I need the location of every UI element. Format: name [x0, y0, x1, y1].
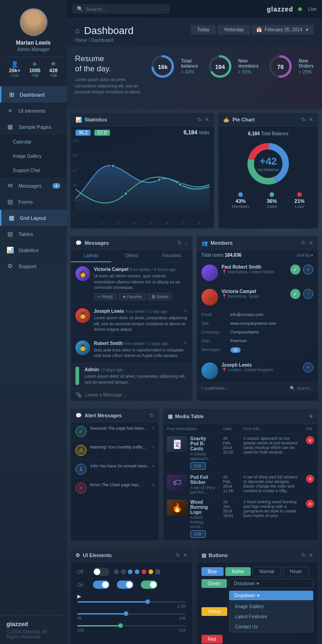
dot[interactable]	[142, 569, 146, 574]
dot[interactable]	[128, 569, 132, 574]
download-button[interactable]: ↓	[185, 240, 188, 246]
edit-button[interactable]: Edit	[190, 530, 206, 538]
slider-thumb[interactable]	[145, 599, 150, 604]
send-icon[interactable]: ↑	[185, 392, 188, 398]
reply-button[interactable]: ↩ Reply	[94, 293, 117, 300]
dot[interactable]	[114, 569, 119, 574]
sidebar-item-dashboard[interactable]: ⊞ Dashboard	[0, 86, 67, 103]
member-avatar	[201, 289, 218, 305]
toggle-switch-on[interactable]	[93, 581, 109, 589]
dropdown-item-features[interactable]: Latest Features	[230, 612, 313, 622]
button-yellow[interactable]: Yellow	[201, 607, 228, 616]
date-picker[interactable]: 📅 February 26, 2014 ▼	[252, 25, 314, 34]
tab-yesterday[interactable]: Yesterday	[217, 25, 250, 34]
toggle-switch-green[interactable]	[141, 581, 157, 589]
toggle-switch-on-2[interactable]	[117, 581, 133, 589]
slider-thumb[interactable]	[124, 611, 128, 616]
refresh-button[interactable]: ↻	[301, 240, 306, 246]
tab-latests[interactable]: Latests	[71, 250, 111, 262]
sidebar-item-forms[interactable]: ▤ Forms	[0, 194, 67, 210]
delete-button[interactable]: ✕	[306, 436, 314, 444]
button-hover[interactable]: Hover	[283, 567, 309, 576]
refresh-button[interactable]: ↻	[301, 552, 306, 558]
play-icon[interactable]: ▶	[77, 593, 81, 599]
sidebar-submenu-sample-pages: Calendar Image Gallery Support Chat	[0, 135, 67, 178]
search-input[interactable]	[86, 6, 157, 12]
edit-icon[interactable]: ✎	[184, 308, 188, 314]
button-active[interactable]: Active	[225, 567, 251, 576]
y-label: 20	[73, 198, 79, 202]
dot[interactable]	[135, 569, 139, 574]
members-widget: 👥 Members ↻ ✕ Total users 184,036 Sort b…	[196, 236, 319, 401]
sidebar-item-image-gallery[interactable]: Image Gallery	[0, 149, 67, 163]
slider-row-amount: 22k 51k	[77, 625, 186, 632]
slider-thumb[interactable]	[118, 623, 123, 628]
sidebar-item-calendar[interactable]: Calendar	[0, 135, 67, 149]
sidebar-item-support[interactable]: ⚙ Support	[0, 258, 67, 274]
sidebar-item-support-chat[interactable]: Support Chat	[0, 163, 67, 178]
edit-icon[interactable]: ✎	[184, 340, 188, 346]
sidebar-item-grid-layout[interactable]: ▦ Grid Layout	[0, 210, 67, 226]
alert-close-button[interactable]: ✕	[151, 483, 155, 488]
dropdown-blue[interactable]: Dropdown ▾	[229, 591, 313, 600]
dropdown-basic[interactable]: Dropdown ▾	[229, 579, 313, 588]
favorite-button[interactable]: ★ Favorite	[119, 293, 146, 300]
load-more-button[interactable]: + Load More...	[201, 386, 228, 391]
add-button[interactable]: +	[303, 362, 313, 373]
refresh-button[interactable]: ↻	[301, 116, 306, 123]
slider-track[interactable]	[77, 613, 186, 615]
slider-track[interactable]	[77, 601, 186, 603]
sidebar-item-tables[interactable]: ▤ Tables	[0, 226, 67, 242]
attachment-icon[interactable]: 📎	[75, 392, 82, 398]
close-button[interactable]: ✕	[183, 552, 188, 558]
expand-button[interactable]: ↑	[185, 293, 188, 300]
delete-button[interactable]: ✕	[306, 500, 314, 508]
dot[interactable]	[155, 569, 160, 574]
info-icon: ℹ	[75, 464, 86, 475]
tab-today[interactable]: Today	[191, 25, 216, 34]
message-sender: Robert Smith	[94, 341, 123, 346]
close-button[interactable]: ✕	[309, 116, 313, 123]
sort-button[interactable]: Sort by ▾	[297, 253, 313, 258]
alert-close-button[interactable]: ✕	[151, 464, 155, 469]
dot[interactable]	[149, 569, 153, 574]
search-box[interactable]: 🔍 →	[72, 4, 170, 14]
sidebar-item-statistics[interactable]: 📊 Statistics	[0, 242, 67, 258]
svg-point-11	[111, 164, 115, 168]
refresh-button[interactable]: ↻	[150, 412, 154, 419]
button-normal[interactable]: Normal	[253, 567, 281, 576]
close-button[interactable]: ✕	[309, 552, 313, 558]
close-button[interactable]: ✕	[205, 116, 209, 123]
sidebar-item-messages[interactable]: ✉ Messages 4	[0, 178, 67, 194]
members-search[interactable]: 🔍 Search...	[290, 386, 313, 391]
add-button[interactable]: +	[303, 264, 313, 275]
tab-oldest[interactable]: Oldest	[111, 250, 152, 262]
button-blue[interactable]: Blue	[201, 567, 224, 576]
alert-close-button[interactable]: ✕	[151, 426, 155, 431]
refresh-button[interactable]: ↻	[176, 552, 180, 558]
edit-button[interactable]: Edit	[190, 462, 206, 470]
delete-button[interactable]: 🗑 Delete	[148, 293, 172, 300]
sidebar-item-ui-elements[interactable]: ≡ UI elements	[0, 103, 67, 119]
dropdown-item-gallery[interactable]: Image Gallery	[230, 602, 313, 612]
member-item: Victoria Campel 📍 Barcelona, Spain ✓ ↑	[197, 285, 318, 310]
dot[interactable]	[121, 569, 126, 574]
refresh-button[interactable]: ↻	[197, 116, 202, 123]
tab-favorites[interactable]: Favorites	[152, 250, 192, 262]
message-input[interactable]	[86, 392, 181, 397]
dropdown-item-contact[interactable]: Contact Us	[230, 622, 313, 632]
check-button[interactable]: ✓	[290, 289, 300, 299]
button-red[interactable]: Red	[201, 635, 223, 644]
button-green[interactable]: Green	[201, 579, 227, 588]
search-arrow-icon[interactable]: →	[160, 6, 165, 12]
check-button[interactable]: ✓	[290, 264, 300, 275]
alert-close-button[interactable]: ✕	[151, 445, 155, 450]
add-media-button[interactable]: +	[309, 412, 313, 420]
delete-button[interactable]: ✕	[306, 475, 314, 483]
toggle-switch-off[interactable]	[93, 568, 109, 576]
refresh-button[interactable]: ↻	[178, 240, 182, 246]
close-button[interactable]: ✕	[309, 240, 313, 246]
slider-track[interactable]	[77, 625, 186, 627]
up-button[interactable]: ↑	[303, 289, 313, 299]
sidebar-item-sample-pages[interactable]: ▦ Sample Pages	[0, 119, 67, 135]
